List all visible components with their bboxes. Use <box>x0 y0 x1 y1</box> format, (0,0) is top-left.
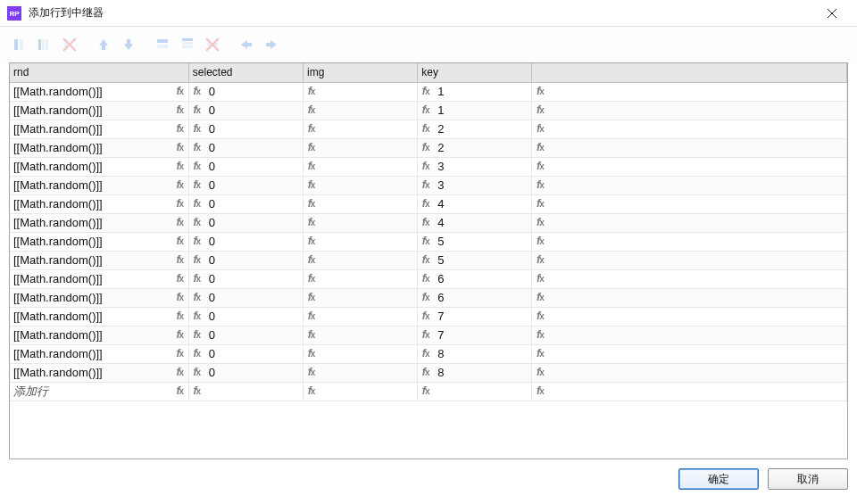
fx-button[interactable]: fx <box>532 217 548 228</box>
fx-button[interactable]: fx <box>304 254 320 266</box>
cell-value[interactable]: 6 <box>436 272 444 285</box>
fx-button[interactable]: fx <box>172 310 188 322</box>
fx-button[interactable]: fx <box>418 142 434 153</box>
cell-value[interactable]: 0 <box>207 328 215 342</box>
fx-button[interactable]: fx <box>189 198 205 210</box>
cell-value[interactable]: 0 <box>207 197 215 211</box>
fx-button[interactable]: fx <box>172 292 188 303</box>
table-row[interactable]: [[Math.random()]]fxfx0fxfx6fx <box>10 288 847 307</box>
cell-value[interactable]: 0 <box>207 141 215 154</box>
fx-button[interactable]: fx <box>532 142 548 153</box>
fx-button[interactable]: fx <box>189 292 205 303</box>
table-row[interactable]: [[Math.random()]]fxfx0fxfx3fx <box>10 176 847 194</box>
fx-button[interactable]: fx <box>304 329 320 341</box>
fx-button[interactable]: fx <box>172 161 188 172</box>
fx-button[interactable]: fx <box>304 273 320 285</box>
ok-button[interactable]: 确定 <box>678 468 759 490</box>
cell-value[interactable]: [[Math.random()]] <box>10 122 171 136</box>
fx-button[interactable]: fx <box>418 179 434 191</box>
fx-button[interactable]: fx <box>172 217 188 228</box>
fx-button[interactable]: fx <box>189 179 205 191</box>
cell-value[interactable]: 5 <box>436 235 444 248</box>
cell-value[interactable]: 0 <box>207 253 215 267</box>
fx-button[interactable]: fx <box>532 198 548 210</box>
fx-button[interactable]: fx <box>532 123 548 135</box>
table-row[interactable]: [[Math.random()]]fxfx0fxfx3fx <box>10 157 847 176</box>
fx-button[interactable]: fx <box>304 104 320 116</box>
cell-value[interactable]: 0 <box>207 366 215 379</box>
fx-button[interactable]: fx <box>532 367 548 378</box>
fx-button[interactable]: fx <box>189 235 205 247</box>
table-row[interactable]: [[Math.random()]]fxfx0fxfx6fx <box>10 269 847 288</box>
fx-button[interactable]: fx <box>172 198 188 210</box>
fx-button[interactable]: fx <box>418 104 434 116</box>
table-row[interactable]: [[Math.random()]]fxfx0fxfx2fx <box>10 138 847 157</box>
fx-button[interactable]: fx <box>532 161 548 172</box>
insert-row-icon[interactable] <box>152 34 173 55</box>
fx-button[interactable]: fx <box>189 348 205 359</box>
fx-button[interactable]: fx <box>172 348 188 359</box>
fx-button[interactable]: fx <box>418 123 434 135</box>
close-button[interactable] <box>814 0 850 27</box>
column-header[interactable] <box>532 63 847 82</box>
fx-button[interactable]: fx <box>304 179 320 191</box>
fx-button[interactable]: fx <box>418 310 434 322</box>
fx-button[interactable]: fx <box>172 385 188 397</box>
fx-button[interactable]: fx <box>172 179 188 191</box>
table-row[interactable]: [[Math.random()]]fxfx0fxfx2fx <box>10 120 847 138</box>
insert-row-group-icon[interactable] <box>177 34 198 55</box>
cell-value[interactable]: 0 <box>207 216 215 229</box>
cell-value[interactable]: 0 <box>207 347 215 360</box>
fx-button[interactable]: fx <box>172 142 188 153</box>
fx-button[interactable]: fx <box>172 123 188 135</box>
fx-button[interactable]: fx <box>189 161 205 172</box>
cell-value[interactable]: 7 <box>436 328 444 342</box>
fx-button[interactable]: fx <box>304 367 320 378</box>
cell-value[interactable]: 0 <box>207 160 215 173</box>
cell-value[interactable]: [[Math.random()]] <box>10 347 171 360</box>
fx-button[interactable]: fx <box>304 123 320 135</box>
fx-button[interactable]: fx <box>189 367 205 378</box>
fx-button[interactable]: fx <box>172 86 188 97</box>
cell-value[interactable]: 1 <box>436 85 444 98</box>
cell-value[interactable]: 0 <box>207 178 215 192</box>
cell-value[interactable]: [[Math.random()]] <box>10 85 171 98</box>
fx-button[interactable]: fx <box>189 273 205 285</box>
fx-button[interactable]: fx <box>418 367 434 378</box>
fx-button[interactable]: fx <box>189 142 205 153</box>
cell-value[interactable]: 8 <box>436 347 444 360</box>
arrow-down-icon[interactable] <box>118 34 139 55</box>
cell-value[interactable]: 7 <box>436 310 444 323</box>
fx-button[interactable]: fx <box>532 235 548 247</box>
cell-value[interactable]: [[Math.random()]] <box>10 328 171 342</box>
column-header[interactable]: key <box>418 63 532 82</box>
cell-value[interactable]: 8 <box>436 366 444 379</box>
fx-button[interactable]: fx <box>532 348 548 359</box>
cell-value[interactable]: 4 <box>436 197 444 211</box>
cell-value[interactable]: [[Math.random()]] <box>10 103 171 117</box>
cell-value[interactable]: 0 <box>207 103 215 117</box>
table-row[interactable]: [[Math.random()]]fxfx0fxfx7fx <box>10 307 847 326</box>
table-row[interactable]: [[Math.random()]]fxfx0fxfx4fx <box>10 194 847 213</box>
add-row-label[interactable]: 添加行 <box>10 384 171 400</box>
fx-button[interactable]: fx <box>172 254 188 266</box>
column-header[interactable]: selected <box>188 63 303 82</box>
fx-button[interactable]: fx <box>172 367 188 378</box>
delete-rows-icon[interactable] <box>202 34 223 55</box>
cell-value[interactable]: 0 <box>207 291 215 304</box>
fx-button[interactable]: fx <box>532 310 548 322</box>
table-row[interactable]: [[Math.random()]]fxfx0fxfx8fx <box>10 363 847 382</box>
fx-button[interactable]: fx <box>304 292 320 303</box>
cell-value[interactable]: [[Math.random()]] <box>10 310 171 323</box>
fx-button[interactable]: fx <box>172 329 188 341</box>
column-header[interactable]: img <box>304 63 418 82</box>
cell-value[interactable]: 0 <box>207 272 215 285</box>
table-row[interactable]: [[Math.random()]]fxfx0fxfx7fx <box>10 326 847 344</box>
cancel-button[interactable]: 取消 <box>768 468 848 490</box>
insert-col-group-icon[interactable] <box>34 34 55 55</box>
fx-button[interactable]: fx <box>189 123 205 135</box>
fx-button[interactable]: fx <box>172 104 188 116</box>
fx-button[interactable]: fx <box>418 86 434 97</box>
table-row[interactable]: [[Math.random()]]fxfx0fxfx5fx <box>10 232 847 251</box>
fx-button[interactable]: fx <box>304 198 320 210</box>
